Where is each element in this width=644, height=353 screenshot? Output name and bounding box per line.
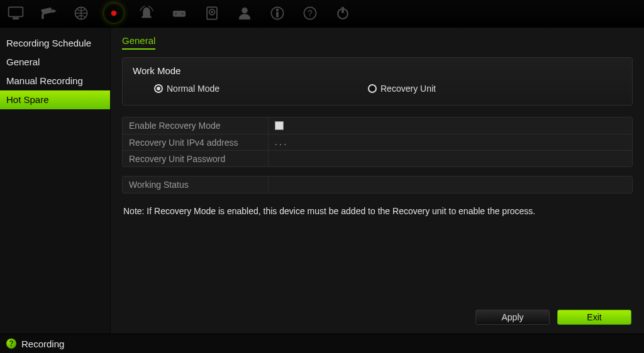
radio-dot-icon	[154, 84, 163, 93]
sidebar-item-recording-schedule[interactable]: Recording Schedule	[0, 34, 110, 53]
sidebar-item-label: Hot Spare	[6, 94, 49, 105]
note-text: Note: If Recovery Mode is enabled, this …	[123, 206, 633, 216]
status-text: Recording	[21, 339, 64, 349]
row-value	[269, 117, 632, 134]
settings-table: Enable Recovery Mode Recovery Unit IPv4 …	[122, 117, 633, 167]
alarm-icon[interactable]	[133, 0, 160, 26]
row-enable-recovery-mode: Enable Recovery Mode	[123, 117, 632, 134]
working-status-value	[269, 176, 632, 193]
device-icon[interactable]	[166, 0, 192, 26]
radio-recovery-unit[interactable]: Recovery Unit	[368, 84, 436, 94]
radio-label: Recovery Unit	[380, 84, 436, 94]
top-toolbar: ?	[0, 0, 644, 28]
row-recovery-password: Recovery Unit Password	[123, 150, 632, 166]
radio-label: Normal Mode	[167, 84, 219, 94]
row-label: Working Status	[123, 176, 269, 193]
exit-button[interactable]: Exit	[557, 310, 631, 325]
sidebar-item-label: Recording Schedule	[6, 38, 91, 48]
row-label: Enable Recovery Mode	[123, 117, 269, 134]
help-dot-icon[interactable]: ?	[6, 339, 16, 349]
sidebar-item-manual-recording[interactable]: Manual Recording	[0, 72, 110, 90]
content-area: General Work Mode Normal Mode Recovery U…	[111, 28, 644, 334]
status-bar: ? Recording	[0, 334, 644, 353]
svg-point-6	[175, 13, 177, 15]
tab-general[interactable]: General	[122, 35, 155, 50]
monitor-icon[interactable]	[3, 0, 29, 26]
recovery-password-input[interactable]	[269, 151, 632, 166]
svg-point-14	[276, 9, 279, 11]
working-status-row: Working Status	[122, 176, 633, 193]
svg-point-4	[111, 11, 117, 16]
sidebar: Recording Schedule General Manual Record…	[0, 28, 111, 334]
buttons-row: Apply Exit	[122, 310, 633, 327]
sidebar-item-general[interactable]: General	[0, 53, 110, 72]
work-mode-title: Work Mode	[133, 65, 622, 76]
sidebar-item-hot-spare[interactable]: Hot Spare	[0, 90, 110, 109]
svg-rect-13	[277, 12, 279, 17]
svg-rect-0	[9, 7, 23, 16]
hdd-icon[interactable]	[199, 0, 225, 26]
work-mode-panel: Work Mode Normal Mode Recovery Unit	[122, 57, 633, 106]
row-label: Recovery Unit Password	[123, 151, 269, 166]
sidebar-item-label: General	[6, 57, 40, 67]
radio-dot-icon	[368, 84, 377, 93]
svg-point-11	[242, 8, 248, 13]
help-icon[interactable]: ?	[297, 0, 323, 26]
user-icon[interactable]	[231, 0, 258, 26]
row-recovery-ipv4: Recovery Unit IPv4 address . . .	[123, 134, 632, 150]
row-label: Recovery Unit IPv4 address	[123, 134, 269, 150]
power-icon[interactable]	[330, 0, 356, 26]
svg-point-7	[182, 13, 184, 15]
svg-text:?: ?	[308, 8, 313, 18]
camera-icon[interactable]	[35, 0, 62, 26]
radio-normal-mode[interactable]: Normal Mode	[154, 84, 368, 94]
info-icon[interactable]	[264, 0, 291, 26]
svg-rect-1	[13, 18, 19, 19]
tabbar: General	[122, 35, 633, 50]
svg-rect-18	[342, 7, 344, 13]
svg-rect-2	[42, 14, 44, 19]
enable-recovery-checkbox[interactable]	[275, 121, 284, 130]
globe-icon[interactable]	[68, 0, 94, 26]
recovery-ipv4-input[interactable]: . . .	[269, 134, 632, 150]
record-icon[interactable]	[101, 0, 127, 26]
sidebar-item-label: Manual Recording	[6, 75, 83, 86]
svg-point-10	[211, 11, 213, 13]
apply-button[interactable]: Apply	[475, 310, 550, 325]
